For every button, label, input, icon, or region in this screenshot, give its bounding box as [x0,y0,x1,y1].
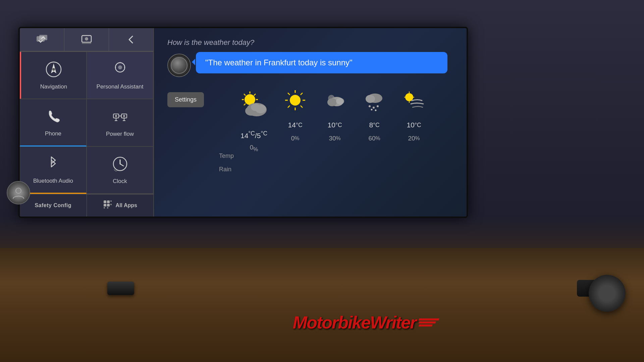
app-tile-clock[interactable]: Clock [87,146,153,194]
toolbar-btn-back[interactable] [109,28,153,51]
weather-panel: How is the weather today? "The weather i… [154,28,467,217]
sidebar-person-icon [7,181,30,204]
app-tile-bluetooth-audio[interactable]: Bluetooth Audio [20,146,87,194]
bluetooth-audio-label: Bluetooth Audio [33,178,73,184]
svg-point-9 [118,65,122,69]
svg-rect-31 [104,207,105,208]
left-control-knob[interactable] [107,282,134,295]
weather-columns: 14°C/5°C 0% [237,89,429,155]
svg-point-64 [371,109,373,111]
svg-rect-27 [104,204,106,206]
svg-line-38 [244,94,246,96]
settings-button[interactable]: Settings [167,92,204,107]
svg-line-24 [120,164,123,166]
svg-rect-28 [107,204,110,206]
app-grid: Navigation Personal Assistant [20,52,153,194]
svg-point-63 [377,105,379,107]
svg-rect-25 [104,200,106,203]
dashboard-surface [0,248,644,362]
svg-line-51 [288,93,290,95]
watermark-stripes [419,318,439,326]
app-tile-personal-assistant[interactable]: Personal Assistant [87,52,153,99]
app-tile-power-flow[interactable]: Power flow [87,99,153,146]
navigation-label: Navigation [40,83,67,90]
weather-rain-0: 0% [250,141,258,155]
svg-rect-26 [107,200,110,203]
svg-rect-1 [39,35,47,40]
weather-icon-2 [323,89,346,116]
weather-col-3: 8°C 60% [359,89,389,155]
weather-icon-3 [363,89,386,116]
weather-col-4: 10°C 20% [399,89,429,155]
power-flow-label: Power flow [106,131,134,137]
svg-rect-32 [107,207,108,208]
app-menu-panel: Navigation Personal Assistant [20,28,154,217]
svg-point-46 [290,95,301,106]
weather-col-0: 14°C/5°C 0% [237,89,271,155]
avatar-inner [171,57,187,74]
weather-table: Temp Rain [219,89,429,176]
weather-icon-1 [284,89,307,116]
svg-point-45 [251,104,260,111]
svg-point-57 [327,98,337,106]
watermark: MotorbikeWriter [293,312,439,333]
svg-line-41 [244,104,246,105]
weather-row-labels: Temp Rain [219,89,234,176]
weather-temp-2: 10°C [328,118,342,132]
svg-point-58 [336,98,344,105]
toolbar [20,28,153,52]
phone-label: Phone [45,130,61,137]
weather-col-1: 14°C 0% [280,89,310,155]
weather-temp-1: 14°C [288,118,303,132]
weather-rain-3: 60% [368,132,380,145]
weather-rain-4: 20% [408,132,420,145]
navigation-icon [45,61,62,81]
svg-point-62 [373,107,375,109]
rain-label: Rain [219,163,234,176]
svg-point-16 [115,115,117,117]
toolbar-btn-swap[interactable] [20,28,64,51]
weather-icon-0 [237,89,271,126]
weather-temp-0: 14°C/5°C [240,128,267,141]
svg-line-54 [288,106,290,108]
svg-rect-29 [110,200,112,202]
svg-line-53 [301,93,303,95]
weather-question: How is the weather today? [167,38,453,47]
assistant-avatar [167,54,191,77]
toolbar-btn-media[interactable] [64,28,109,51]
weather-temp-3: 8°C [369,118,379,132]
right-volume-knob[interactable] [589,275,626,312]
svg-point-65 [375,110,377,111]
svg-point-60 [366,95,375,103]
svg-rect-30 [110,204,112,205]
weather-rain-2: 30% [329,132,340,145]
infotainment-screen: Navigation Personal Assistant [18,27,468,218]
speech-bubble: "The weather in Frankfurt today is sunny… [196,52,447,73]
svg-line-52 [301,106,303,108]
screen-content: Navigation Personal Assistant [20,28,467,217]
personal-assistant-icon [111,61,129,81]
temp-label: Temp [219,149,234,163]
svg-point-61 [369,105,371,107]
clock-label: Clock [113,178,127,185]
svg-point-7 [52,68,55,71]
safety-config-button[interactable]: Safety Config [20,194,87,217]
bluetooth-icon [45,155,62,175]
app-tile-navigation[interactable]: Navigation [20,52,87,99]
weather-rain-1: 0% [291,132,300,145]
app-tile-phone[interactable]: Phone [20,99,87,146]
weather-col-2: 10°C 30% [320,89,350,155]
clock-icon [111,155,129,175]
weather-icon-4 [402,89,425,116]
power-flow-icon [111,108,129,128]
svg-rect-3 [82,42,91,44]
svg-point-71 [16,188,21,193]
personal-assistant-label: Personal Assistant [97,83,144,90]
all-apps-icon [103,200,112,211]
bottom-bar: Safety Config [20,194,153,217]
speech-bubble-row: "The weather in Frankfurt today is sunny… [167,52,453,77]
phone-icon [45,108,62,128]
svg-line-40 [254,94,256,96]
all-apps-button[interactable]: All Apps [87,194,154,217]
svg-point-4 [85,37,88,41]
